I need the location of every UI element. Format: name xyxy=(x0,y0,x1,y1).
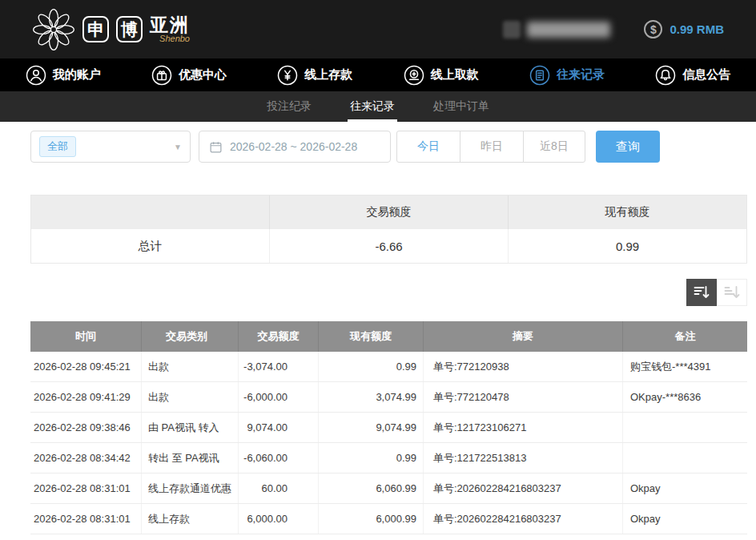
cell-type: 出款 xyxy=(141,382,238,412)
quick-date-buttons: 今日 昨日 近8日 xyxy=(396,131,585,163)
cell-balance: 0.99 xyxy=(318,443,423,473)
records-icon xyxy=(529,65,550,86)
records-header-row: 时间 交易类别 交易额度 现有额度 摘要 备注 xyxy=(30,321,747,352)
dollar-circle-icon: $ xyxy=(644,20,662,38)
logo-char-shen: 申 xyxy=(82,16,109,42)
summary-header-row: 交易额度 现有额度 xyxy=(31,195,746,229)
today-button[interactable]: 今日 xyxy=(396,131,460,163)
last-8-days-button[interactable]: 近8日 xyxy=(523,131,585,163)
cell-time: 2026-02-28 09:45:21 xyxy=(30,352,141,381)
cell-remark: 购宝钱包-***4391 xyxy=(622,352,747,381)
cell-amount: 60.00 xyxy=(238,474,318,503)
calendar-icon xyxy=(209,140,223,154)
col-header-remark: 备注 xyxy=(622,321,747,352)
nav-item-label: 信息公告 xyxy=(682,67,730,83)
sort-ascending-button[interactable] xyxy=(717,279,747,306)
subtab-bar: 投注纪录 往来记录 处理中订单 xyxy=(0,91,756,122)
query-button[interactable]: 查询 xyxy=(596,131,660,163)
cell-amount: -6,000.00 xyxy=(238,382,318,412)
balance-display[interactable]: $ 0.99 RMB xyxy=(644,20,724,38)
cell-remark: Okpay xyxy=(622,474,747,503)
col-header-type: 交易类别 xyxy=(141,321,238,352)
records-table: 时间 交易类别 交易额度 现有额度 摘要 备注 2026-02-28 09:45… xyxy=(30,321,747,534)
tab-betting-records[interactable]: 投注纪录 xyxy=(264,91,314,122)
deposit-coin-icon xyxy=(277,65,298,86)
nav-item-transactions[interactable]: 往来记录 xyxy=(504,58,629,91)
nav-item-label: 优惠中心 xyxy=(179,67,227,83)
cell-amount: 6,000.00 xyxy=(238,504,318,534)
nav-item-label: 线上存款 xyxy=(304,67,352,83)
sort-descending-button[interactable] xyxy=(686,279,717,306)
brand-logo[interactable]: 申 博 亚洲 Shenbo xyxy=(32,8,190,51)
cell-type: 出款 xyxy=(141,352,238,381)
cell-remark xyxy=(622,413,747,442)
summary-total-balance: 0.99 xyxy=(508,229,746,263)
nav-item-promotions[interactable]: 优惠中心 xyxy=(126,58,251,91)
bell-icon xyxy=(655,65,676,86)
nav-item-withdraw[interactable]: 线上取款 xyxy=(378,58,504,91)
tab-transaction-records[interactable]: 往来记录 xyxy=(348,91,397,122)
tab-processing-orders[interactable]: 处理中订单 xyxy=(431,91,492,122)
cell-time: 2026-02-28 08:34:42 xyxy=(30,443,141,473)
cell-balance: 0.99 xyxy=(318,352,423,381)
table-row: 2026-02-28 09:45:21 出款 -3,074.00 0.99 单号… xyxy=(30,352,747,382)
withdraw-coin-icon xyxy=(404,65,424,86)
table-row: 2026-02-28 09:38:46 由 PA视讯 转入 9,074.00 9… xyxy=(30,413,747,443)
chevron-down-icon: ▼ xyxy=(174,143,182,151)
cell-time: 2026-02-28 08:31:01 xyxy=(30,504,141,534)
cell-remark xyxy=(622,443,747,473)
summary-total-row: 总计 -6.66 0.99 xyxy=(31,229,746,263)
logo-char-bo: 博 xyxy=(116,16,143,42)
summary-table: 交易额度 现有额度 总计 -6.66 0.99 xyxy=(30,195,747,264)
nav-item-my-account[interactable]: 我的账户 xyxy=(0,58,126,91)
table-row: 2026-02-28 09:41:29 出款 -6,000.00 3,074.9… xyxy=(30,382,747,413)
sort-bar xyxy=(30,279,747,306)
cell-type: 线上存款 xyxy=(141,504,238,534)
cell-type: 由 PA视讯 转入 xyxy=(141,413,238,442)
cell-balance: 6,060.99 xyxy=(318,474,423,503)
cell-amount: -6,060.00 xyxy=(238,443,318,473)
cell-summary: 单号:121723106271 xyxy=(423,413,622,442)
logo-region-text: 亚洲 xyxy=(150,15,190,34)
cell-balance: 9,074.99 xyxy=(318,413,423,442)
table-row: 2026-02-28 08:31:01 线上存款 6,000.00 6,000.… xyxy=(30,504,747,534)
cell-amount: 9,074.00 xyxy=(238,413,318,442)
cell-summary: 单号:202602284216803237 xyxy=(423,504,622,534)
nav-item-announcements[interactable]: 信息公告 xyxy=(630,58,756,91)
type-select-value: 全部 xyxy=(39,136,76,157)
date-range-input[interactable]: 2026-02-28 ~ 2026-02-28 xyxy=(199,131,391,163)
summary-header-empty xyxy=(31,195,269,229)
cell-summary: 单号:772120478 xyxy=(423,382,622,412)
username-redacted xyxy=(527,22,610,38)
table-row: 2026-02-28 08:34:42 转出 至 PA视讯 -6,060.00 … xyxy=(30,443,747,474)
balance-amount: 0.99 RMB xyxy=(670,22,724,36)
cell-summary: 单号:202602284216803237 xyxy=(423,474,622,503)
type-select-dropdown[interactable]: 全部 ▼ xyxy=(30,131,191,163)
summary-total-transaction: -6.66 xyxy=(269,229,508,263)
summary-total-label: 总计 xyxy=(31,229,269,263)
col-header-summary: 摘要 xyxy=(423,321,622,352)
user-account-area[interactable] xyxy=(503,21,610,38)
cell-remark: Okpay xyxy=(622,504,747,534)
logo-en-text: Shenbo xyxy=(150,34,190,44)
nav-item-label: 往来记录 xyxy=(557,67,605,83)
cell-balance: 3,074.99 xyxy=(318,382,423,412)
cell-remark: OKpay-***8636 xyxy=(622,382,747,412)
cell-time: 2026-02-28 08:31:01 xyxy=(30,474,141,503)
cell-amount: -3,074.00 xyxy=(238,352,318,381)
summary-header-transaction: 交易额度 xyxy=(269,195,508,229)
cell-type: 转出 至 PA视讯 xyxy=(141,443,238,473)
flower-knot-icon xyxy=(32,8,75,51)
col-header-amount: 交易额度 xyxy=(238,321,318,352)
nav-item-deposit[interactable]: 线上存款 xyxy=(252,58,378,91)
yesterday-button[interactable]: 昨日 xyxy=(460,131,524,163)
user-icon xyxy=(26,65,46,86)
date-range-value: 2026-02-28 ~ 2026-02-28 xyxy=(230,140,357,153)
avatar xyxy=(503,21,521,38)
summary-header-balance: 现有额度 xyxy=(508,195,746,229)
filter-row: 全部 ▼ 2026-02-28 ~ 2026-02-28 今日 昨日 近8日 查… xyxy=(30,131,747,163)
table-row: 2026-02-28 08:31:01 线上存款通道优惠 60.00 6,060… xyxy=(30,474,747,504)
cell-time: 2026-02-28 09:41:29 xyxy=(30,382,141,412)
cell-time: 2026-02-28 09:38:46 xyxy=(30,413,141,442)
col-header-balance: 现有额度 xyxy=(318,321,423,352)
